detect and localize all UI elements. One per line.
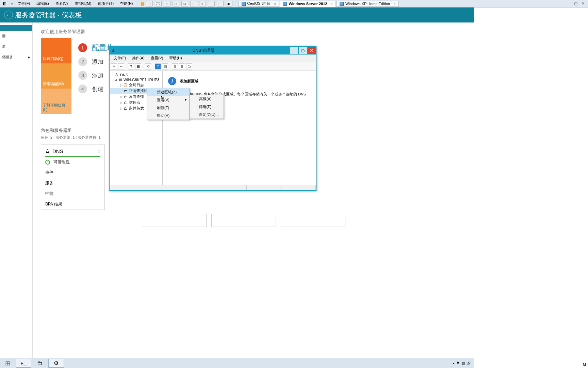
menu-file[interactable]: 文件(F)	[111, 55, 129, 61]
ctx-help[interactable]: 帮助(H)	[147, 112, 190, 120]
tray-sound-icon[interactable]: 🔊	[467, 361, 471, 365]
step-2[interactable]: 2添加	[78, 57, 113, 66]
tile-learnmore[interactable]: 了解详细信息(L)	[41, 89, 71, 114]
forward-icon[interactable]: ⇨	[118, 63, 124, 70]
menu-file[interactable]: 文件(F)	[15, 1, 33, 5]
folder-icon[interactable]: 🗀	[186, 63, 192, 70]
maximize-button[interactable]: ▢	[299, 47, 307, 54]
menu-tabs[interactable]: 选项卡(T)	[95, 1, 116, 5]
role-card-dns[interactable]: ♙DNS1 ↑可管理性 事件 服务 性能 BPA 结果	[41, 144, 105, 210]
sidebar-item-all[interactable]: 器	[0, 41, 32, 52]
vm-tab-winxp[interactable]: Windows XP Home Edition×	[337, 1, 399, 7]
host-lang-indicator[interactable]: M	[583, 363, 586, 367]
dns-menubar: 文件(F) 操作(A) 查看(V) 帮助(H)	[110, 55, 316, 62]
close-icon[interactable]: ✕	[582, 1, 585, 6]
minimize-button[interactable]: —	[290, 47, 298, 54]
start-button[interactable]: ⊞	[0, 358, 15, 368]
step-3[interactable]: 3添加	[78, 71, 113, 80]
ctx-view[interactable]: 查看(V)	[147, 96, 190, 104]
show-hide-icon[interactable]: ▦	[135, 63, 141, 70]
folder-icon: 🗀	[123, 101, 128, 105]
ctx-customize[interactable]: 自定义(U)...	[190, 111, 224, 119]
snapshot-icon[interactable]: ◷	[164, 1, 170, 6]
tree-label: 反向查找	[129, 94, 144, 99]
dns-root-icon: ♙	[114, 73, 119, 77]
snapshot-take-icon[interactable]: ◶	[173, 1, 179, 6]
up-icon[interactable]: ⇧	[128, 63, 134, 70]
menu-edit[interactable]: 编辑(E)	[34, 1, 52, 5]
tree-label: WIN-G8KPE1HRUP3	[124, 78, 159, 82]
step-1[interactable]: 1配置此	[78, 43, 113, 52]
layout4-icon[interactable]: ▢	[217, 1, 224, 6]
unity-icon[interactable]: ▣	[226, 1, 232, 6]
expand-icon[interactable]: ▷	[119, 101, 123, 104]
home-icon[interactable]: ⌂	[9, 1, 15, 7]
minimize-icon[interactable]: —	[566, 1, 570, 6]
role-row-events[interactable]: 事件	[41, 167, 104, 178]
menu-action[interactable]: 操作(A)	[129, 55, 147, 61]
sidebar-item-dashboard[interactable]	[0, 25, 32, 31]
log-icon: 📋	[123, 83, 128, 87]
taskbar-powershell[interactable]: ▸_	[16, 359, 31, 368]
properties-icon[interactable]: ▤	[162, 63, 168, 70]
close-button[interactable]: ✕	[308, 47, 316, 54]
expand-icon[interactable]: ▷	[119, 95, 123, 98]
vmware-menu: 文件(F) 编辑(E) 查看(V) 虚拟机(M) 选项卡(T) 帮助(H)	[15, 1, 136, 6]
monitor-icon	[283, 2, 287, 6]
sidebar-item-local[interactable]: 器	[0, 31, 32, 41]
collapse-icon[interactable]: ◢	[114, 78, 118, 81]
pause-icon[interactable]: ▮▮	[141, 1, 144, 6]
list1-icon[interactable]: ▯	[172, 63, 178, 70]
close-icon[interactable]: ×	[393, 2, 395, 6]
tree-root-dns[interactable]: ♙DNS	[110, 72, 162, 77]
role-row-bpa[interactable]: BPA 结果	[41, 199, 104, 210]
vm-tab-winserver[interactable]: Windows Server 2012×	[280, 1, 336, 7]
ctx-advanced[interactable]: 高级(A)	[190, 95, 224, 103]
list2-icon[interactable]: ▯	[179, 63, 185, 70]
back-button[interactable]: ←	[4, 11, 13, 19]
layout3-icon[interactable]: ▢	[208, 1, 215, 6]
taskbar-servermanager[interactable]: ⚙	[48, 359, 64, 368]
help-icon[interactable]: ?	[155, 63, 161, 70]
tray-up-icon[interactable]: ▴	[453, 361, 455, 365]
dns-statusbar	[110, 185, 316, 190]
menu-help[interactable]: 帮助(H)	[166, 55, 184, 61]
tile-quickstart[interactable]: 快速启动(Q)	[41, 38, 71, 63]
role-row-manageability[interactable]: ↑可管理性	[41, 157, 104, 167]
layout2-icon[interactable]: ▯	[199, 1, 206, 6]
tree-global-log[interactable]: ▷📋全局日志	[110, 82, 162, 88]
ctx-new-zone[interactable]: 新建区域(Z)...	[147, 88, 190, 96]
role-row-performance[interactable]: 性能	[41, 188, 104, 199]
chevron-right-icon: ▶	[28, 56, 30, 59]
sidebar-item-storage[interactable]: 储服务▶	[0, 52, 32, 62]
maximize-icon[interactable]: ▢	[574, 1, 577, 6]
layout1-icon[interactable]: ▯	[190, 1, 197, 6]
tray-network-icon[interactable]: ▧	[462, 361, 465, 365]
menu-view[interactable]: 查看(V)	[148, 55, 166, 61]
fullscreen-icon[interactable]: ⛶	[155, 1, 162, 6]
tile-whatsnew[interactable]: 新增功能(W)	[41, 63, 71, 89]
refresh-icon[interactable]: ⟲	[145, 63, 151, 70]
taskbar: ⊞ ▸_ 🗀 ⚙ ▴ ⚑ ▧ 🔊	[0, 358, 474, 368]
close-icon[interactable]: ×	[274, 2, 276, 6]
ctx-refresh[interactable]: 刷新(F)	[147, 104, 190, 112]
expand-icon[interactable]: ▷	[119, 83, 123, 87]
menu-view[interactable]: 查看(V)	[53, 1, 71, 5]
monitor-icon	[340, 2, 344, 6]
pane-heading: 添加新区域	[180, 79, 198, 84]
close-icon[interactable]: ×	[330, 2, 332, 6]
menu-vm[interactable]: 虚拟机(M)	[72, 1, 94, 5]
role-row-services[interactable]: 服务	[41, 178, 104, 188]
back-icon[interactable]: ⇦	[111, 63, 117, 70]
dns-titlebar[interactable]: ♙ DNS 管理器 — ▢ ✕	[110, 46, 316, 55]
taskbar-explorer[interactable]: 🗀	[32, 359, 48, 368]
tree-server[interactable]: ◢🖥WIN-G8KPE1HRUP3	[110, 77, 162, 82]
vm-tab-centos[interactable]: CentOS 64 位×	[239, 1, 279, 7]
menu-help[interactable]: 帮助(H)	[117, 1, 135, 5]
tray-flag-icon[interactable]: ⚑	[457, 361, 460, 365]
expand-icon[interactable]: ▷	[119, 107, 123, 110]
ctx-filter[interactable]: 筛选(F)...	[190, 103, 224, 111]
power-icon[interactable]: ▢	[146, 1, 153, 6]
step-4[interactable]: 4创建	[78, 85, 113, 93]
snapshot-manage-icon[interactable]: ◵	[181, 1, 188, 6]
